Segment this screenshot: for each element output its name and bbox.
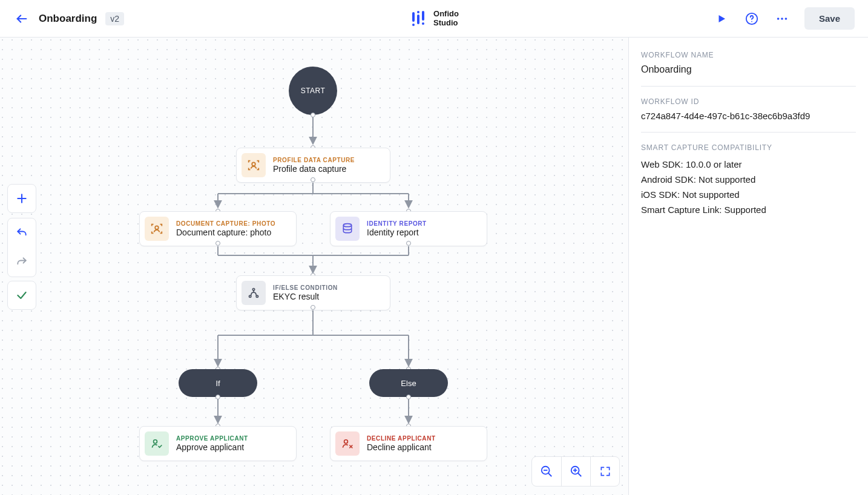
play-icon bbox=[716, 13, 727, 24]
port[interactable] bbox=[311, 305, 315, 310]
brand: Onfido Studio bbox=[409, 10, 459, 28]
more-button[interactable] bbox=[774, 11, 790, 27]
svg-rect-3 bbox=[422, 11, 424, 21]
workflow-canvas[interactable]: START PROFILE DATA CAPTURE Profile data … bbox=[0, 38, 628, 495]
port[interactable] bbox=[311, 113, 315, 117]
brand-line1: Onfido bbox=[433, 10, 459, 19]
workflow-name-value: Onboarding bbox=[641, 64, 856, 75]
help-button[interactable] bbox=[744, 11, 760, 27]
undo-button[interactable] bbox=[8, 218, 36, 248]
document-icon bbox=[145, 217, 169, 241]
check-icon bbox=[16, 289, 28, 301]
svg-point-33 bbox=[154, 440, 157, 444]
node-label: Identity report bbox=[367, 228, 427, 238]
plus-icon bbox=[16, 192, 28, 205]
database-icon bbox=[335, 217, 360, 241]
zoom-out-icon bbox=[540, 465, 553, 478]
zoom-controls bbox=[531, 456, 620, 487]
zoom-in-button[interactable] bbox=[561, 457, 590, 486]
if-branch[interactable]: If bbox=[179, 369, 257, 397]
compat-ios: iOS SDK: Not supported bbox=[641, 189, 856, 200]
node-category: DECLINE APPLICANT bbox=[367, 435, 436, 442]
undo-icon bbox=[16, 227, 28, 239]
svg-point-11 bbox=[781, 18, 783, 20]
if-label: If bbox=[215, 379, 220, 388]
redo-button[interactable] bbox=[8, 248, 36, 277]
svg-point-9 bbox=[751, 21, 752, 22]
node-decline[interactable]: DECLINE APPLICANT Decline applicant bbox=[330, 426, 487, 461]
add-node-button[interactable] bbox=[7, 184, 36, 213]
node-category: PROFILE DATA CAPTURE bbox=[273, 157, 355, 164]
save-button[interactable]: Save bbox=[804, 7, 855, 30]
user-x-icon bbox=[335, 431, 360, 456]
history-toolstack bbox=[7, 218, 36, 277]
svg-marker-7 bbox=[718, 15, 725, 22]
node-label: Profile data capture bbox=[273, 164, 355, 174]
fit-screen-button[interactable] bbox=[590, 457, 619, 486]
svg-point-27 bbox=[252, 162, 255, 166]
brand-line2: Studio bbox=[433, 19, 459, 28]
port[interactable] bbox=[215, 395, 220, 399]
node-category: DOCUMENT CAPTURE: PHOTO bbox=[176, 220, 275, 228]
branch-icon bbox=[242, 281, 266, 305]
port[interactable] bbox=[406, 395, 411, 399]
zoom-in-icon bbox=[570, 465, 583, 478]
node-label: Document capture: photo bbox=[176, 228, 275, 238]
compat-label: SMART CAPTURE COMPATIBILITY bbox=[641, 143, 856, 152]
svg-line-43 bbox=[577, 473, 581, 477]
svg-rect-1 bbox=[412, 12, 415, 22]
start-label: START bbox=[301, 87, 326, 95]
maximize-icon bbox=[599, 465, 611, 477]
back-button[interactable] bbox=[13, 10, 30, 27]
svg-rect-2 bbox=[417, 15, 419, 24]
workflow-id-label: WORKFLOW ID bbox=[641, 97, 856, 106]
else-label: Else bbox=[401, 379, 416, 388]
port[interactable] bbox=[406, 241, 411, 246]
svg-point-6 bbox=[422, 22, 424, 25]
start-node[interactable]: START bbox=[289, 67, 337, 115]
svg-point-34 bbox=[344, 440, 348, 444]
app-header: Onboarding v2 Onfido Studio Save bbox=[0, 0, 868, 38]
svg-point-30 bbox=[252, 289, 254, 290]
svg-point-32 bbox=[256, 295, 258, 297]
compat-web: Web SDK: 10.0.0 or later bbox=[641, 159, 856, 169]
workflow-name-label: WORKFLOW NAME bbox=[641, 51, 856, 59]
svg-point-10 bbox=[777, 18, 780, 20]
compat-link: Smart Capture Link: Supported bbox=[641, 205, 856, 215]
else-branch[interactable]: Else bbox=[369, 369, 448, 397]
details-panel: WORKFLOW NAME Onboarding WORKFLOW ID c72… bbox=[628, 38, 868, 495]
port[interactable] bbox=[311, 177, 315, 182]
version-badge[interactable]: v2 bbox=[105, 12, 124, 25]
help-icon bbox=[745, 12, 758, 25]
more-horizontal-icon bbox=[775, 12, 789, 25]
svg-line-40 bbox=[548, 473, 552, 477]
node-category: APPROVE APPLICANT bbox=[176, 435, 248, 442]
svg-point-12 bbox=[785, 18, 787, 20]
compat-android: Android SDK: Not supported bbox=[641, 174, 856, 185]
svg-point-29 bbox=[343, 224, 351, 227]
workflow-id-value: c724a847-4d4e-497c-b61c-38ec6b9a3fd9 bbox=[641, 111, 856, 121]
node-label: EKYC result bbox=[273, 292, 338, 302]
user-check-icon bbox=[145, 431, 169, 456]
svg-point-31 bbox=[249, 295, 251, 297]
redo-icon bbox=[16, 256, 28, 268]
svg-point-5 bbox=[417, 11, 419, 13]
node-category: IF/ELSE CONDITION bbox=[273, 284, 338, 292]
svg-point-4 bbox=[412, 24, 415, 26]
page-title: Onboarding bbox=[39, 13, 97, 25]
profile-icon bbox=[242, 153, 266, 177]
port[interactable] bbox=[215, 241, 220, 246]
node-label: Decline applicant bbox=[367, 442, 436, 453]
run-button[interactable] bbox=[714, 11, 729, 27]
arrow-left-icon bbox=[15, 12, 28, 25]
brand-icon bbox=[409, 10, 427, 28]
node-approve[interactable]: APPROVE APPLICANT Approve applicant bbox=[139, 426, 297, 461]
node-category: IDENTITY REPORT bbox=[367, 220, 427, 228]
validate-button[interactable] bbox=[7, 281, 36, 310]
node-label: Approve applicant bbox=[176, 442, 248, 453]
zoom-out-button[interactable] bbox=[532, 457, 561, 486]
svg-point-28 bbox=[155, 226, 159, 229]
